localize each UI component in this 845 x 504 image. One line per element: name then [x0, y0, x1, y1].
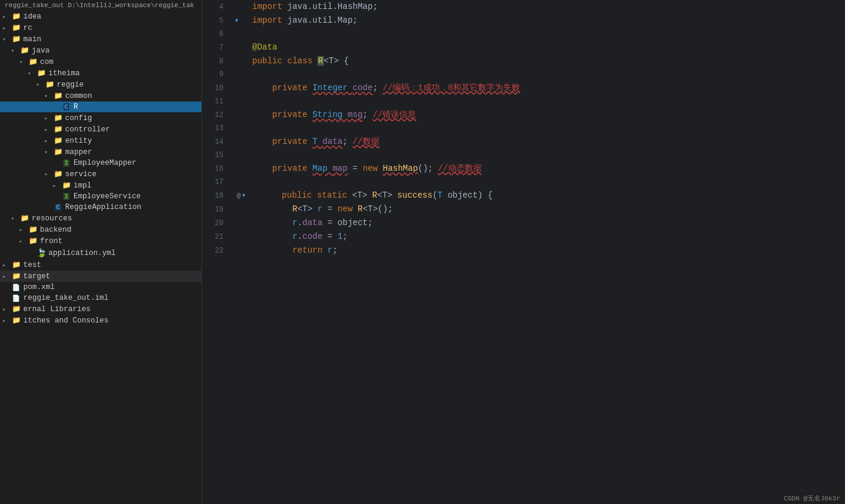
- sidebar-item-config[interactable]: ▸📁config: [0, 112, 201, 124]
- code-editor[interactable]: 4import java.util.HashMap;5▾import java.…: [202, 0, 845, 504]
- sidebar-item-com[interactable]: ▾📁com: [0, 56, 201, 67]
- line-content-14: private T data; //数据: [243, 135, 845, 148]
- token: data: [302, 218, 323, 228]
- token: data: [323, 137, 343, 146]
- line-content-19: R<T> r = new R<T>();: [243, 202, 845, 216]
- sidebar-item-mapper[interactable]: ▾📁mapper: [0, 146, 201, 158]
- sidebar-item-ReggieApplication[interactable]: CReggieApplication: [0, 202, 201, 213]
- tree-arrow-resources: ▾: [11, 215, 19, 222]
- token: msg: [348, 110, 363, 119]
- sidebar-header: reggie_take_out D:\IntelliJ_workspace\re…: [0, 0, 201, 11]
- code-line-17: 17: [202, 176, 845, 189]
- token: new: [363, 164, 383, 173]
- sidebar-item-R[interactable]: CR: [0, 102, 201, 112]
- token: T: [437, 190, 448, 200]
- sidebar-item-controller[interactable]: ▸📁controller: [0, 124, 201, 135]
- line-number-14: 14: [202, 136, 231, 149]
- tree-icon-reggie: 📁: [44, 80, 55, 89]
- sidebar-item-itheima[interactable]: ▾📁itheima: [0, 67, 201, 79]
- token: r: [317, 204, 322, 214]
- tree-label-rc: rc: [23, 24, 32, 32]
- line-content-21: r.code = 1;: [243, 230, 845, 243]
- line-number-18: 18: [202, 189, 231, 202]
- sidebar-item-Scratches[interactable]: ▸📁itches and Consoles: [0, 315, 201, 326]
- tree-label-pom.xml: pom.xml: [23, 283, 55, 291]
- line-content-8: public class R<T> {: [243, 54, 845, 67]
- tree-icon-EmployeeService: I: [61, 192, 72, 201]
- sidebar-item-External Libraries[interactable]: ▸📁ernal Libraries: [0, 303, 201, 315]
- sidebar-item-reggie_take_out.iml[interactable]: 📄reggie_take_out.iml: [0, 293, 201, 303]
- token: success: [397, 190, 433, 200]
- sidebar-item-EmployeeMapper[interactable]: IEmployeeMapper: [0, 158, 201, 168]
- token: R: [372, 190, 377, 200]
- sidebar-item-idea[interactable]: ▸📁idea: [0, 11, 201, 22]
- line-number-9: 9: [202, 68, 231, 81]
- gutter-18: @▾: [231, 189, 252, 202]
- token: java.util.Map;: [287, 16, 358, 25]
- tree-label-application.yml: application.yml: [48, 249, 116, 257]
- tree-icon-Scratches: 📁: [11, 316, 22, 325]
- sidebar-item-front[interactable]: ▸📁front: [0, 235, 201, 247]
- code-container: 4import java.util.HashMap;5▾import java.…: [202, 0, 845, 504]
- tree-icon-application.yml: 🍃: [36, 248, 47, 258]
- token: map: [332, 164, 347, 173]
- token: .: [298, 218, 302, 228]
- sidebar-item-java[interactable]: ▾📁java: [0, 45, 201, 56]
- sidebar-item-rc[interactable]: ▸📁rc: [0, 22, 201, 33]
- tree-label-controller: controller: [65, 125, 110, 134]
- sidebar-item-entity[interactable]: ▸📁entity: [0, 135, 201, 146]
- at-icon: @: [237, 189, 241, 202]
- code-line-14: 14 private T data; //数据: [202, 135, 845, 149]
- sidebar-item-main[interactable]: ▾📁main: [0, 33, 201, 45]
- sidebar-item-application.yml[interactable]: 🍃application.yml: [0, 247, 201, 259]
- fold-icon[interactable]: ▾: [234, 14, 239, 27]
- tree-arrow-entity: ▸: [44, 137, 53, 145]
- code-line-8: 8public class R<T> {: [202, 54, 845, 68]
- token: ;: [342, 137, 353, 146]
- sidebar-item-backend[interactable]: ▸📁backend: [0, 224, 201, 235]
- tree-label-mapper: mapper: [65, 148, 92, 156]
- line-number-21: 21: [202, 231, 231, 244]
- token: class: [287, 56, 317, 66]
- code-line-15: 15: [202, 149, 845, 162]
- token: (: [433, 190, 437, 200]
- token: r: [252, 232, 298, 241]
- token: @Data: [252, 42, 277, 52]
- code-line-10: 10 private Integer code; //编码：1成功，0和其它数字…: [202, 81, 845, 95]
- token: public: [262, 190, 317, 200]
- tree-label-idea: idea: [23, 13, 41, 21]
- tree-arrow-idea: ▸: [2, 13, 11, 20]
- sidebar-item-common[interactable]: ▾📁common: [0, 90, 201, 102]
- tree-icon-test: 📁: [11, 260, 22, 269]
- tree-icon-com: 📁: [27, 57, 38, 66]
- tree-label-R: R: [74, 103, 78, 111]
- tree-icon-impl: 📁: [61, 181, 72, 190]
- sidebar-item-impl[interactable]: ▸📁impl: [0, 180, 201, 191]
- tree-icon-EmployeeMapper: I: [61, 159, 72, 167]
- token: import: [252, 2, 287, 11]
- sidebar-item-pom.xml[interactable]: 📄pom.xml: [0, 282, 201, 293]
- sidebar-item-resources[interactable]: ▾📁resources: [0, 213, 201, 224]
- code-line-20: 20 r.data = object;: [202, 216, 845, 230]
- sidebar-item-target[interactable]: ▸📁target: [0, 271, 201, 282]
- token: //数据: [353, 137, 379, 146]
- method-fold-icon[interactable]: ▾: [241, 189, 246, 202]
- token: java.util.HashMap;: [287, 2, 378, 11]
- tree-icon-rc: 📁: [11, 23, 22, 32]
- line-number-20: 20: [202, 217, 231, 230]
- tree-arrow-config: ▸: [44, 115, 53, 122]
- line-content-16: private Map map = new HashMap(); //动态数据: [243, 162, 845, 175]
- code-line-11: 11: [202, 95, 845, 108]
- token: ;: [342, 232, 347, 241]
- token: R: [317, 56, 323, 66]
- sidebar-item-test[interactable]: ▸📁test: [0, 259, 201, 271]
- tree-arrow-Scratches: ▸: [2, 317, 11, 324]
- sidebar-item-service[interactable]: ▾📁service: [0, 168, 201, 180]
- sidebar-item-reggie[interactable]: ▾📁reggie: [0, 79, 201, 90]
- token: return: [252, 245, 327, 255]
- token: <T> {: [324, 56, 349, 66]
- tree-label-reggie_take_out.iml: reggie_take_out.iml: [23, 294, 109, 302]
- tree-icon-controller: 📁: [53, 125, 63, 134]
- token: object: [448, 190, 477, 200]
- sidebar-item-EmployeeService[interactable]: IEmployeeService: [0, 191, 201, 202]
